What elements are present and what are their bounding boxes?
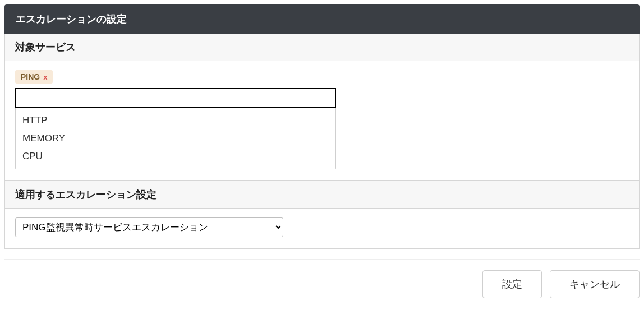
- modal-body: 対象サービス PING x HTTP MEMORY CPU: [4, 34, 640, 249]
- service-option-http[interactable]: HTTP: [16, 112, 335, 129]
- apply-setting-section: 適用するエスカレーション設定 PING監視異常時サービスエスカレーション: [5, 181, 639, 248]
- cancel-button[interactable]: キャンセル: [550, 270, 640, 298]
- target-service-body: PING x HTTP MEMORY CPU: [5, 61, 639, 180]
- apply-setting-header: 適用するエスカレーション設定: [5, 181, 639, 209]
- modal-footer: 設定 キャンセル: [4, 259, 640, 303]
- service-search-input[interactable]: [15, 88, 336, 108]
- service-options-list: HTTP MEMORY CPU: [16, 108, 335, 169]
- modal-title: エスカレーションの設定: [4, 4, 640, 34]
- apply-setting-body: PING監視異常時サービスエスカレーション: [5, 209, 639, 248]
- escalation-settings-modal: エスカレーションの設定 対象サービス PING x HTTP MEMORY CP…: [4, 4, 640, 303]
- tag-remove-icon[interactable]: x: [43, 73, 47, 81]
- selected-tag-ping[interactable]: PING x: [15, 70, 53, 84]
- submit-button[interactable]: 設定: [482, 270, 542, 298]
- service-combobox: HTTP MEMORY CPU: [15, 88, 336, 169]
- target-service-section: 対象サービス PING x HTTP MEMORY CPU: [5, 34, 639, 181]
- selected-tags-row: PING x: [15, 70, 629, 84]
- tag-label: PING: [21, 72, 40, 81]
- apply-setting-select[interactable]: PING監視異常時サービスエスカレーション: [15, 217, 283, 237]
- service-option-memory[interactable]: MEMORY: [16, 129, 335, 147]
- service-option-cpu[interactable]: CPU: [16, 147, 335, 165]
- target-service-header: 対象サービス: [5, 34, 639, 61]
